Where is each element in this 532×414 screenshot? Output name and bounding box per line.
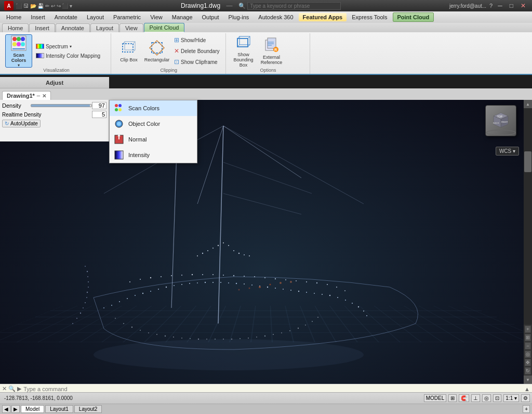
menu-manage[interactable]: Manage	[168, 13, 197, 21]
menu-parametric[interactable]: Parametric	[109, 13, 145, 21]
zoom-extent-button[interactable]: ◎	[525, 351, 531, 358]
maximize-button[interactable]: □	[508, 2, 515, 9]
show-hide-button[interactable]: ⊞ Show/Hide	[171, 35, 222, 45]
rectangular-button[interactable]: Rectangular	[143, 34, 170, 68]
titlebar: A ⬛ 🖫 📂 💾 ✏ ↩ ↪ ⬛ ▾ Drawing1.dwg — 🔍 jer…	[0, 0, 532, 11]
dropdown-item-normal[interactable]: Normal	[110, 132, 197, 147]
zoom-in-button[interactable]: +	[525, 326, 531, 333]
svg-point-30	[115, 108, 118, 111]
settings-button[interactable]: ⚙	[521, 394, 530, 402]
toolbar-icon[interactable]: ⬛ 🖫 📂 💾 ✏ ↩ ↪ ⬛ ▾	[16, 3, 72, 9]
grid-button[interactable]: ⊞	[448, 394, 457, 402]
scan-colors-dropdown-arrow[interactable]: ▾	[18, 63, 20, 68]
svg-point-81	[363, 310, 364, 312]
svg-point-87	[171, 275, 172, 276]
clip-box-button[interactable]: Clip Box	[115, 34, 142, 68]
cmd-icons[interactable]: ✕ 🔍 ▶	[2, 385, 21, 392]
cmd-scroll-up[interactable]: ▲	[524, 386, 530, 392]
viewcube-face[interactable]: TOP RIGHT BACK	[485, 105, 516, 136]
svg-point-65	[244, 283, 245, 284]
layout-tab-layout1[interactable]: Layout1	[45, 405, 73, 413]
delete-boundary-button[interactable]: ✕ Delete Boundary	[171, 46, 222, 56]
menu-home[interactable]: Home	[2, 13, 25, 21]
external-reference-button[interactable]: R External Reference	[258, 34, 285, 68]
snap-button[interactable]: 🧲	[459, 394, 469, 402]
density-slider[interactable]	[31, 104, 92, 107]
search-input[interactable]	[247, 2, 341, 10]
scroll-track[interactable]	[524, 108, 532, 325]
wcs-indicator[interactable]: WCS ▾	[496, 147, 519, 156]
layout-tab-model[interactable]: Model	[21, 405, 44, 413]
menu-output[interactable]: Output	[198, 13, 223, 21]
spectrum-button[interactable]: Spectrum ▾	[33, 42, 108, 51]
orbit-button[interactable]: ↻	[525, 367, 531, 374]
ortho-button[interactable]: ⊥	[471, 394, 480, 402]
menu-featured-apps[interactable]: Featured Apps	[299, 13, 347, 21]
tab-insert[interactable]: Insert	[29, 23, 55, 32]
scroll-down-button[interactable]: ▼	[524, 376, 532, 384]
svg-point-84	[140, 279, 141, 280]
close-button[interactable]: ✕	[518, 2, 528, 9]
minimize-button[interactable]: ─	[496, 2, 504, 9]
scroll-up-button[interactable]: ▲	[524, 100, 532, 108]
autoupdate-label: AutoUpdate	[10, 121, 38, 126]
realtime-density-label: Realtime Density	[2, 112, 42, 118]
user-info[interactable]: jerry.ford@aut...	[449, 3, 486, 9]
add-layout-button[interactable]: +	[523, 405, 530, 413]
show-bounding-box-button[interactable]: ShowBounding Box	[230, 34, 257, 68]
autoupdate-button[interactable]: ↻ AutoUpdate	[2, 120, 41, 127]
dropdown-item-intensity[interactable]: Intensity	[110, 147, 197, 163]
doc-tab-minimize[interactable]: ─	[37, 93, 40, 98]
menu-autodesk360[interactable]: Autodesk 360	[254, 13, 297, 21]
intensity-color-mapping-button[interactable]: Intensity Color Mapping	[33, 51, 108, 60]
pan-button[interactable]: ✥	[525, 359, 531, 366]
right-scrollbar[interactable]: ▲ + ⊞ − ◎ ✥ ↻ ▼	[524, 100, 532, 384]
menu-express-tools[interactable]: Express Tools	[348, 13, 391, 21]
svg-point-3	[21, 37, 25, 41]
autocad-logo[interactable]: A	[4, 1, 14, 10]
menu-view[interactable]: View	[146, 13, 167, 21]
menu-point-cloud[interactable]: Point Cloud	[393, 12, 434, 22]
doc-tab-drawing1[interactable]: Drawing1* ─ ✕	[2, 91, 51, 100]
svg-line-11	[133, 42, 135, 44]
scroll-thumb[interactable]	[524, 151, 531, 172]
zoom-out-button[interactable]: −	[525, 342, 531, 350]
tab-home[interactable]: Home	[2, 23, 29, 32]
menu-layout[interactable]: Layout	[83, 13, 108, 21]
scale-display[interactable]: 1:1 ▾	[503, 394, 519, 402]
menu-plugins[interactable]: Plug-ins	[224, 13, 254, 21]
svg-point-104	[344, 290, 345, 291]
dropdown-item-object-color[interactable]: Object Color	[110, 116, 197, 132]
doc-tab-close[interactable]: ✕	[42, 93, 46, 99]
tab-annotate[interactable]: Annotate	[56, 23, 90, 32]
svg-point-114	[244, 254, 245, 255]
svg-point-115	[249, 255, 250, 256]
svg-point-55	[166, 287, 167, 288]
osnap-button[interactable]: ⊡	[493, 394, 501, 402]
tab-point-cloud[interactable]: Point Cloud	[144, 23, 185, 32]
model-button[interactable]: MODEL	[424, 394, 447, 402]
help-icon[interactable]: ?	[489, 3, 493, 9]
svg-point-117	[270, 284, 271, 286]
tab-view[interactable]: View	[119, 23, 143, 32]
menu-annotate[interactable]: Annotate	[50, 13, 82, 21]
viewcube[interactable]: TOP RIGHT BACK	[485, 105, 522, 141]
ribbon-group-options: ShowBounding Box R E	[227, 33, 310, 74]
layout-tab-layout2[interactable]: Layout2	[74, 405, 102, 413]
svg-point-129	[173, 337, 174, 338]
tab-layout[interactable]: Layout	[90, 23, 119, 32]
zoom-fit-button[interactable]: ⊞	[525, 334, 531, 341]
svg-point-103	[336, 287, 337, 288]
next-layout-button[interactable]: ▶	[11, 405, 20, 413]
show-clipframe-button[interactable]: ⊡ Show Clipframe	[171, 57, 222, 67]
scan-colors-button[interactable]: Scan Colors ▾	[5, 34, 32, 68]
normal-menu-icon	[114, 134, 124, 145]
prev-layout-button[interactable]: ◀	[2, 405, 10, 413]
show-hide-icon: ⊞	[174, 36, 179, 44]
menu-insert[interactable]: Insert	[26, 13, 49, 21]
polar-button[interactable]: ◎	[482, 394, 491, 402]
viewcube-ring[interactable]	[486, 130, 516, 136]
dropdown-item-scan-colors[interactable]: Scan Colors	[110, 100, 197, 116]
viewport[interactable]: TOP RIGHT BACK WCS ▾ ▲ + ⊞ − ◎ ✥ ↻ ▼ [-]…	[0, 100, 532, 384]
command-input[interactable]	[23, 386, 522, 392]
